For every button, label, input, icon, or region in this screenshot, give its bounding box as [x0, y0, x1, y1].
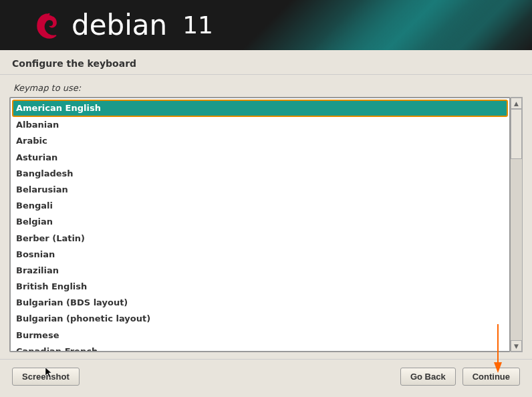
list-item[interactable]: Arabic [12, 133, 508, 149]
scroll-thumb[interactable] [511, 109, 522, 159]
scroll-track[interactable] [511, 109, 522, 340]
list-item[interactable]: Albanian [12, 117, 508, 133]
list-item[interactable]: Bangladesh [12, 166, 508, 182]
list-item[interactable]: Bulgarian (BDS layout) [12, 295, 508, 311]
list-item[interactable]: Brazilian [12, 263, 508, 279]
page-title: Configure the keyboard [0, 50, 532, 75]
list-item[interactable]: Asturian [12, 150, 508, 166]
brand-version: 11 [182, 11, 213, 39]
list-item[interactable]: Belarusian [12, 182, 508, 198]
list-item[interactable]: Bulgarian (phonetic layout) [12, 311, 508, 327]
list-item[interactable]: Bengali [12, 198, 508, 214]
keymap-listbox-wrapper: American EnglishAlbanianArabicAsturianBa… [9, 97, 523, 352]
keymap-listbox[interactable]: American EnglishAlbanianArabicAsturianBa… [9, 97, 511, 352]
brand-name: debian [72, 9, 167, 41]
debian-swirl-logo [33, 9, 61, 42]
content-area: Keymap to use: American EnglishAlbanianA… [0, 78, 532, 352]
scroll-up-button[interactable]: ▲ [511, 98, 522, 109]
installer-header: debian 11 [0, 0, 532, 50]
list-item[interactable]: Canadian French [12, 344, 508, 352]
scroll-down-button[interactable]: ▼ [511, 340, 522, 352]
keymap-prompt-label: Keymap to use: [9, 78, 523, 97]
screenshot-button[interactable]: Screenshot [12, 368, 80, 386]
go-back-button[interactable]: Go Back [400, 368, 456, 386]
list-item[interactable]: American English [12, 100, 508, 117]
list-item[interactable]: Burmese [12, 327, 508, 344]
list-item[interactable]: Bosnian [12, 247, 508, 263]
list-item[interactable]: British English [12, 279, 508, 295]
list-item[interactable]: Berber (Latin) [12, 231, 508, 247]
footer-bar: Screenshot Go Back Continue [0, 359, 532, 386]
scrollbar[interactable]: ▲ ▼ [511, 97, 523, 352]
continue-button[interactable]: Continue [462, 368, 520, 386]
list-item[interactable]: Belgian [12, 214, 508, 230]
